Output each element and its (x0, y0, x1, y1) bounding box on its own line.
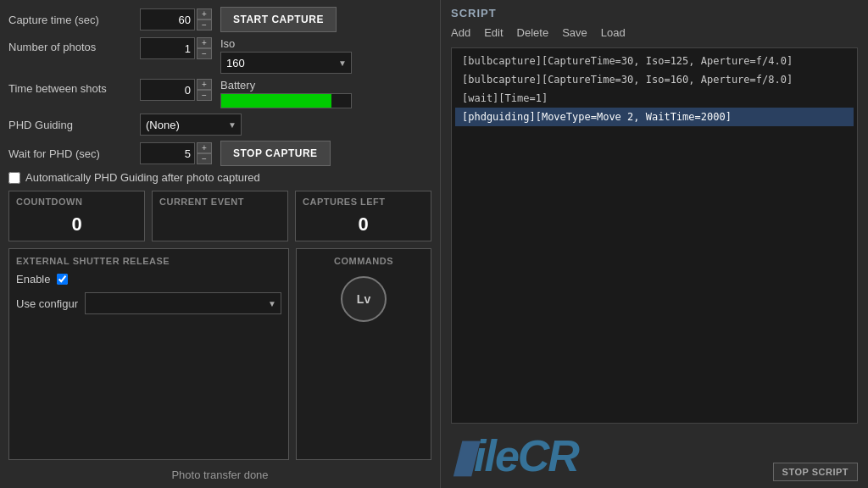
start-capture-button[interactable]: START CAPTURE (220, 7, 337, 32)
external-shutter-box: EXTERNAL SHUTTER RELEASE Enable Use conf… (8, 248, 289, 460)
capture-time-decrement[interactable]: − (197, 19, 212, 30)
script-toolbar: Add Edit Delete Save Load (451, 26, 858, 39)
bottom-right: ▮ileCR STOP SCRIPT (451, 430, 858, 481)
captures-left-title: CAPTURES LEFT (303, 197, 424, 207)
time-between-label: Time between shots (8, 79, 140, 95)
use-config-select[interactable] (85, 292, 281, 314)
status-boxes: COUNTDOWN 0 CURRENT EVENT CAPTURES LEFT … (8, 191, 431, 241)
filecr-logo: ▮ileCR (451, 430, 578, 481)
right-panel: SCRIPT Add Edit Delete Save Load [bulbca… (441, 0, 868, 488)
script-edit-button[interactable]: Edit (484, 26, 503, 39)
photos-row: Number of photos + − Iso 160 125 200 400… (8, 37, 431, 74)
script-item[interactable]: [phdguiding][MoveType=Move 2, WaitTime=2… (455, 108, 854, 126)
captures-left-box: CAPTURES LEFT 0 (295, 191, 431, 241)
commands-title: COMMANDS (334, 256, 393, 266)
countdown-box: COUNTDOWN 0 (8, 191, 145, 241)
phd-select[interactable]: (None) (140, 114, 242, 136)
battery-bar-fill (221, 94, 331, 108)
capture-time-label: Capture time (sec) (8, 14, 140, 26)
auto-phd-label: Automatically PHD Guiding after photo ca… (25, 171, 260, 184)
script-item[interactable]: [wait][Time=1] (455, 89, 854, 108)
wait-phd-row: Wait for PHD (sec) + − STOP CAPTURE (8, 141, 431, 166)
time-between-row: Time between shots + − Battery (8, 79, 431, 108)
script-add-button[interactable]: Add (451, 26, 470, 39)
bottom-section: EXTERNAL SHUTTER RELEASE Enable Use conf… (8, 248, 431, 460)
capture-time-spinner: + − (197, 8, 212, 30)
script-item[interactable]: [bulbcapture][CaptureTime=30, Iso=160, A… (455, 70, 854, 89)
lv-button[interactable]: Lv (341, 276, 387, 322)
external-shutter-title: EXTERNAL SHUTTER RELEASE (16, 256, 281, 266)
script-load-button[interactable]: Load (601, 26, 626, 39)
battery-bar (220, 93, 352, 108)
wait-phd-increment[interactable]: + (197, 142, 212, 153)
wait-phd-input[interactable] (140, 142, 195, 164)
commands-box: COMMANDS Lv (296, 248, 431, 460)
countdown-value: 0 (16, 214, 137, 236)
script-save-button[interactable]: Save (562, 26, 587, 39)
left-panel: Capture time (sec) + − START CAPTURE Num… (0, 0, 441, 488)
countdown-title: COUNTDOWN (16, 197, 137, 207)
iso-select[interactable]: 160 125 200 400 800 (220, 52, 352, 74)
iso-label: Iso (220, 37, 352, 50)
capture-time-row: Capture time (sec) + − START CAPTURE (8, 7, 431, 32)
num-photos-input[interactable] (140, 37, 195, 59)
use-config-select-wrapper (85, 292, 281, 314)
enable-row: Enable (16, 273, 281, 286)
time-between-decrement[interactable]: − (197, 90, 212, 101)
wait-phd-spinner: + − (197, 142, 212, 164)
enable-label: Enable (16, 273, 50, 286)
auto-phd-checkbox[interactable] (8, 172, 20, 184)
auto-phd-row: Automatically PHD Guiding after photo ca… (8, 171, 431, 184)
use-config-label: Use configur (16, 297, 78, 310)
phd-guiding-row: PHD Guiding (None) (8, 114, 431, 136)
script-delete-button[interactable]: Delete (517, 26, 549, 39)
capture-time-input[interactable] (140, 8, 195, 30)
num-photos-spinner: + − (197, 37, 212, 59)
time-between-spinner: + − (197, 79, 212, 101)
num-photos-decrement[interactable]: − (197, 48, 212, 59)
photo-transfer-status: Photo transfer done (8, 465, 431, 481)
current-event-box: CURRENT EVENT (152, 191, 288, 241)
time-between-input[interactable] (140, 79, 195, 101)
captures-left-value: 0 (303, 214, 424, 236)
script-item[interactable]: [bulbcapture][CaptureTime=30, Iso=125, A… (455, 52, 854, 70)
num-photos-increment[interactable]: + (197, 37, 212, 48)
script-title: SCRIPT (451, 7, 858, 19)
wait-phd-label: Wait for PHD (sec) (8, 147, 140, 160)
stop-script-button[interactable]: STOP SCRIPT (773, 463, 858, 481)
script-list: [bulbcapture][CaptureTime=30, Iso=125, A… (451, 47, 858, 424)
num-photos-label: Number of photos (8, 37, 140, 53)
time-between-increment[interactable]: + (197, 79, 212, 90)
stop-capture-button[interactable]: STOP CAPTURE (220, 141, 331, 166)
wait-phd-decrement[interactable]: − (197, 153, 212, 164)
phd-select-wrapper: (None) (140, 114, 242, 136)
use-config-row: Use configur (16, 292, 281, 314)
current-event-title: CURRENT EVENT (159, 197, 281, 207)
logo-area: ▮ileCR (451, 430, 578, 481)
capture-time-increment[interactable]: + (197, 8, 212, 19)
phd-guiding-label: PHD Guiding (8, 119, 140, 131)
iso-select-wrapper: 160 125 200 400 800 (220, 52, 352, 74)
enable-checkbox[interactable] (57, 274, 68, 285)
battery-label: Battery (220, 79, 352, 92)
